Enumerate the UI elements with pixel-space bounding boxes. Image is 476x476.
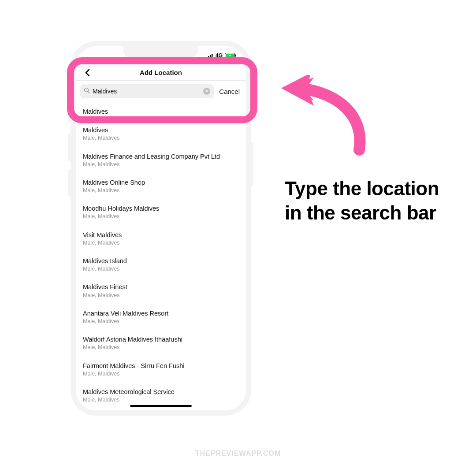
phone-side-button — [251, 142, 253, 186]
close-icon: ✕ — [205, 89, 208, 93]
list-item[interactable]: Maldives Finance and Leasing Company Pvt… — [76, 147, 246, 173]
search-results-list[interactable]: MaldivesMaldivesMale, MaldivesMaldives F… — [76, 102, 246, 410]
phone-side-button — [68, 134, 71, 161]
result-subtitle: Male, Maldives — [83, 318, 239, 325]
annotation-arrow-icon — [273, 75, 375, 159]
status-bar: 4G — [76, 46, 246, 65]
result-subtitle: Male, Maldives — [83, 213, 239, 220]
list-item[interactable]: Maldives Online ShopMale, Maldives — [76, 173, 246, 199]
result-name: Maldives — [83, 126, 239, 134]
search-field[interactable]: ✕ — [80, 84, 214, 98]
result-subtitle: Male, Maldives — [83, 370, 239, 377]
result-name: Maldives Online Shop — [83, 178, 239, 186]
phone-screen: 4G Add Location — [76, 46, 246, 410]
svg-rect-3 — [212, 54, 213, 58]
list-item[interactable]: Maldives FinestMale, Maldives — [76, 278, 246, 304]
page-title: Add Location — [140, 69, 182, 76]
list-item[interactable]: Visit MaldivesMale, Maldives — [76, 226, 246, 252]
result-subtitle: Male, Maldives — [83, 187, 239, 194]
result-name: Waldorf Astoria Maldives Ithaafushi — [83, 335, 239, 343]
svg-rect-2 — [210, 55, 211, 58]
result-name: Maldives Finest — [83, 283, 239, 291]
search-input[interactable] — [93, 88, 201, 95]
clear-search-button[interactable]: ✕ — [203, 88, 210, 95]
annotation-text: Type the location in the search bar — [285, 176, 452, 225]
result-name: Maldives Meteorological Service — [83, 388, 239, 396]
svg-rect-1 — [208, 56, 209, 58]
result-name: Maldives — [83, 108, 239, 115]
result-subtitle: Male, Maldives — [83, 265, 239, 272]
search-row: ✕ Cancel — [76, 81, 246, 102]
result-name: Visit Maldives — [83, 231, 239, 239]
svg-rect-6 — [235, 55, 236, 57]
result-name: Maldives Island — [83, 257, 239, 265]
result-subtitle: Male, Maldives — [83, 344, 239, 351]
result-name: Anantara Veli Maldives Resort — [83, 309, 239, 317]
list-item[interactable]: Waldorf Astoria Maldives IthaafushiMale,… — [76, 330, 246, 356]
result-name: Moodhu Holidays Maldives — [83, 205, 239, 212]
phone-side-button — [68, 169, 71, 196]
watermark: THEPREVIEWAPP.COM — [195, 450, 281, 457]
cancel-button[interactable]: Cancel — [217, 88, 242, 95]
result-subtitle: Male, Maldives — [83, 134, 239, 141]
list-item[interactable]: Anantara Veli Maldives ResortMale, Maldi… — [76, 304, 246, 330]
list-item[interactable]: Maldives — [76, 102, 246, 121]
result-subtitle: Male, Maldives — [83, 396, 239, 403]
list-item[interactable]: Maldives IslandMale, Maldives — [76, 252, 246, 278]
network-label: 4G — [216, 52, 223, 59]
chevron-left-icon — [85, 69, 90, 77]
cellular-signal-icon — [206, 53, 213, 58]
result-subtitle: Male, Maldives — [83, 161, 239, 168]
list-item[interactable]: Fairmont Maldives - Sirru Fen FushiMale,… — [76, 357, 246, 383]
list-item[interactable]: MaldivesMale, Maldives — [76, 121, 246, 147]
phone-side-button — [68, 107, 71, 122]
svg-line-8 — [88, 91, 89, 93]
nav-header: Add Location — [76, 65, 246, 81]
search-icon — [84, 87, 90, 95]
result-name: Maldives Finance and Leasing Company Pvt… — [83, 152, 239, 160]
back-button[interactable] — [82, 67, 93, 78]
svg-rect-0 — [206, 57, 208, 58]
home-indicator[interactable] — [130, 405, 192, 407]
result-subtitle: Male, Maldives — [83, 292, 239, 299]
result-name: Fairmont Maldives - Sirru Fen Fushi — [83, 362, 239, 370]
result-subtitle: Male, Maldives — [83, 239, 239, 246]
battery-charging-icon — [225, 53, 236, 58]
phone-frame: 4G Add Location — [71, 41, 251, 416]
list-item[interactable]: Moodhu Holidays MaldivesMale, Maldives — [76, 199, 246, 225]
